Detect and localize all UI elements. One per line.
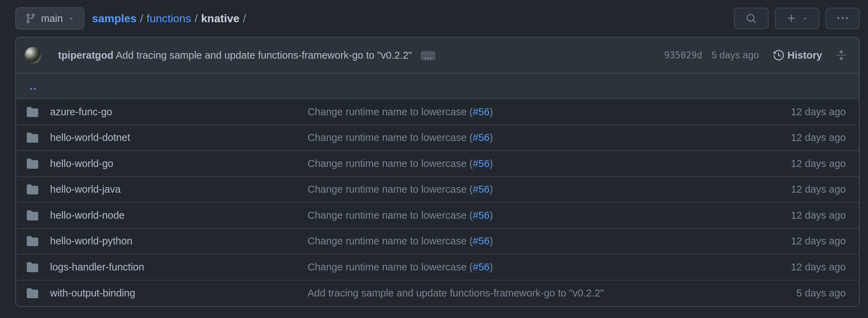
file-name-link[interactable]: hello-world-java [50, 184, 121, 195]
row-message-link[interactable]: #56 [473, 106, 490, 117]
file-name-link[interactable]: azure-func-go [50, 106, 112, 118]
breadcrumb-link-samples[interactable]: samples [92, 12, 137, 25]
row-message-link[interactable]: #56 [473, 132, 490, 143]
commit-date-cell: 12 days ago [734, 132, 859, 143]
table-row: hello-world-go Change runtime name to lo… [16, 151, 859, 177]
commit-date-cell: 12 days ago [734, 235, 859, 247]
folder-icon [27, 261, 38, 273]
file-name-cell: with-output-binding [16, 287, 308, 299]
breadcrumb-link-functions[interactable]: functions [147, 12, 191, 25]
commit-date-cell: 5 days ago [734, 287, 859, 299]
table-row: azure-func-go Change runtime name to low… [16, 99, 859, 125]
row-message-link[interactable]: #56 [473, 158, 490, 169]
file-name-cell: azure-func-go [16, 106, 308, 118]
breadcrumb-current-knative: knative [201, 12, 239, 25]
breadcrumb-separator: / [195, 12, 198, 25]
folder-icon [27, 287, 38, 299]
file-name-cell: hello-world-node [16, 210, 308, 221]
folder-icon [27, 132, 38, 143]
search-icon [746, 13, 756, 24]
table-row: hello-world-dotnet Change runtime name t… [16, 125, 859, 151]
row-message-link[interactable]: #56 [473, 235, 490, 246]
row-commit-message[interactable]: Change runtime name to lowercase ( [308, 235, 473, 246]
parent-directory-link[interactable]: .. [30, 80, 37, 92]
row-commit-message-suffix[interactable]: ) [490, 235, 493, 246]
branch-selector-button[interactable]: main [15, 7, 84, 30]
commit-date-cell: 12 days ago [734, 158, 859, 169]
breadcrumb-separator: / [140, 12, 143, 25]
toolbar-actions [734, 8, 860, 29]
commit-message-cell: Add tracing sample and update functions-… [308, 287, 734, 299]
commit-message-cell: Change runtime name to lowercase (#56) [308, 184, 734, 195]
row-commit-message[interactable]: Change runtime name to lowercase ( [308, 184, 473, 195]
latest-commit-message: tpiperatgod Add tracing sample and updat… [58, 50, 435, 61]
row-commit-message-suffix[interactable]: ) [490, 132, 493, 143]
file-name-link[interactable]: with-output-binding [50, 287, 135, 299]
row-commit-message[interactable]: Change runtime name to lowercase ( [308, 106, 473, 117]
search-button[interactable] [734, 8, 769, 29]
row-commit-message[interactable]: Change runtime name to lowercase ( [308, 261, 473, 273]
file-name-cell: hello-world-dotnet [16, 132, 308, 143]
history-button[interactable]: History [773, 50, 822, 61]
row-commit-message-suffix[interactable]: ) [490, 184, 493, 195]
commit-message-cell: Change runtime name to lowercase (#56) [308, 132, 734, 143]
row-message-link[interactable]: #56 [473, 210, 490, 221]
folder-icon [27, 235, 38, 247]
collapse-commit-details-button[interactable] [836, 50, 846, 60]
commit-message-cell: Change runtime name to lowercase (#56) [308, 158, 734, 169]
chevron-down-icon [68, 15, 75, 22]
row-commit-message-suffix[interactable]: ) [490, 210, 493, 221]
commit-message-text[interactable]: Add tracing sample and update functions-… [116, 50, 412, 61]
row-commit-message[interactable]: Add tracing sample and update functions-… [308, 287, 604, 299]
row-message-link[interactable]: #56 [473, 184, 490, 195]
file-browser-container: tpiperatgod Add tracing sample and updat… [15, 37, 860, 307]
file-name-link[interactable]: hello-world-dotnet [50, 132, 130, 143]
avatar[interactable] [25, 47, 41, 64]
row-commit-message[interactable]: Change runtime name to lowercase ( [308, 132, 473, 143]
row-message-link[interactable]: #56 [473, 261, 490, 273]
commit-message-expand-button[interactable]: … [421, 51, 435, 60]
latest-commit-bar: tpiperatgod Add tracing sample and updat… [16, 37, 859, 74]
table-row: with-output-binding Add tracing sample a… [16, 281, 859, 307]
commit-author[interactable]: tpiperatgod [58, 50, 114, 61]
file-name-cell: hello-world-python [16, 235, 308, 247]
row-commit-message-suffix[interactable]: ) [490, 106, 493, 117]
file-name-cell: logs-handler-function [16, 261, 308, 273]
commit-date-cell: 12 days ago [734, 184, 859, 195]
row-commit-message-suffix[interactable]: ) [490, 261, 493, 273]
file-name-link[interactable]: hello-world-node [50, 210, 124, 221]
folder-icon [27, 106, 38, 118]
file-name-cell: hello-world-go [16, 158, 308, 169]
row-commit-message-suffix[interactable]: ) [490, 158, 493, 169]
file-name-cell: hello-world-java [16, 184, 308, 195]
row-commit-message[interactable]: Change runtime name to lowercase ( [308, 158, 473, 169]
commit-meta: 935029d 5 days ago History [664, 50, 847, 61]
commit-message-cell: Change runtime name to lowercase (#56) [308, 210, 734, 221]
commit-message-cell: Change runtime name to lowercase (#56) [308, 235, 734, 247]
history-icon [773, 50, 784, 60]
commit-date-cell: 12 days ago [734, 106, 859, 118]
commit-message-cell: Change runtime name to lowercase (#56) [308, 261, 734, 273]
table-row: logs-handler-function Change runtime nam… [16, 254, 859, 281]
parent-directory-row[interactable]: .. [16, 74, 859, 99]
breadcrumb-separator: / [243, 12, 246, 25]
breadcrumb: samples / functions / knative / [92, 12, 246, 25]
row-commit-message[interactable]: Change runtime name to lowercase ( [308, 210, 473, 221]
file-name-link[interactable]: logs-handler-function [50, 261, 144, 273]
more-options-button[interactable] [826, 8, 860, 29]
git-branch-icon [25, 13, 36, 24]
commit-date: 5 days ago [711, 50, 759, 61]
toolbar: main samples / functions / knative / [15, 0, 860, 37]
commit-date-cell: 12 days ago [734, 210, 859, 221]
table-row: hello-world-java Change runtime name to … [16, 177, 859, 203]
branch-name-label: main [41, 13, 63, 24]
file-name-link[interactable]: hello-world-python [50, 235, 132, 247]
plus-icon [786, 13, 797, 24]
table-row: hello-world-python Change runtime name t… [16, 229, 859, 255]
folder-icon [27, 210, 38, 221]
file-table-body: azure-func-go Change runtime name to low… [16, 99, 859, 306]
file-name-link[interactable]: hello-world-go [50, 158, 113, 169]
add-file-button[interactable] [775, 8, 819, 29]
commit-sha[interactable]: 935029d [664, 50, 703, 60]
fold-icon [836, 50, 846, 60]
